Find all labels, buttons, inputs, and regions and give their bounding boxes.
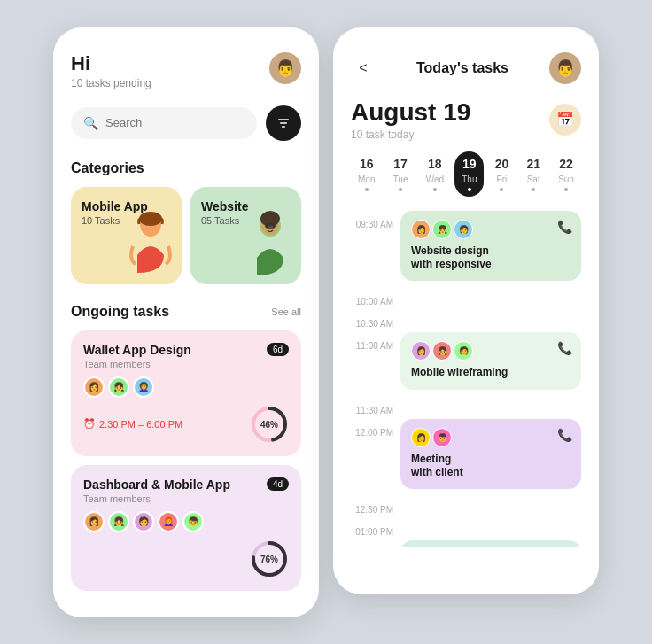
search-row: 🔍 (71, 105, 301, 141)
schedule-row-0130: 01:30 PM 👩 👧 🧑 👩‍🦱 👦 Finance Dashboard 📞 (351, 540, 581, 547)
day-dot (532, 188, 535, 191)
task-badge-4d: 4d (267, 477, 289, 491)
ongoing-header: Ongoing tasks See all (71, 304, 301, 320)
task-card-dashboard[interactable]: 4d Dashboard & Mobile App Team members 👩… (71, 465, 301, 591)
task-count: 10 task today (351, 128, 470, 141)
filter-icon (276, 116, 291, 130)
schedule-row-1000: 10:00 AM (351, 288, 581, 306)
phone-icon: 📞 (557, 428, 572, 442)
search-input[interactable] (105, 116, 244, 129)
greeting-text: Hi (71, 52, 151, 75)
schedule-container: 09:30 AM 👩 👧 🧑 Website designwith respon… (351, 211, 581, 547)
day-mon[interactable]: 16 Mon (351, 151, 382, 197)
progress-label-dashboard: 76% (260, 554, 278, 563)
task-title-wallet: Wallet App Design (83, 343, 289, 357)
categories-grid: Mobile App 10 Tasks (71, 187, 301, 284)
ongoing-title: Ongoing tasks (71, 304, 169, 320)
category-mobile-app[interactable]: Mobile App 10 Tasks (71, 187, 182, 284)
progress-circle-wallet: 46% (250, 405, 289, 444)
member-avatars-wallet: 👩 👧 👩‍🦱 (83, 376, 289, 398)
day-num: 19 (462, 157, 477, 171)
member-avatars-dashboard: 👩 👧 🧑 👩‍🦰 👦 (83, 511, 289, 532)
s-avatar: 👧 (432, 220, 452, 239)
search-icon: 🔍 (83, 116, 98, 130)
schedule-row-0100: 01:00 PM (351, 518, 581, 537)
day-num: 21 (526, 157, 540, 171)
day-sun[interactable]: 22 Sun (551, 151, 581, 197)
member-avatar: 👩‍🦰 (158, 511, 179, 532)
day-num: 17 (393, 157, 408, 171)
day-name: Mon (358, 175, 375, 184)
task-bottom-dashboard: 76% (83, 539, 289, 578)
day-sat[interactable]: 21 Sat (519, 151, 547, 197)
day-dot (433, 188, 437, 191)
day-dot (399, 188, 402, 191)
time-label: 01:30 PM (351, 540, 393, 547)
day-wed[interactable]: 18 Wed (419, 151, 451, 197)
s-avatar: 🧑 (454, 220, 473, 239)
day-name: Sat (527, 175, 540, 184)
schedule-card-finance[interactable]: 👩 👧 🧑 👩‍🦱 👦 Finance Dashboard 📞 (400, 540, 581, 547)
task-badge-6d: 6d (267, 343, 289, 356)
filter-button[interactable] (266, 105, 301, 141)
search-box[interactable]: 🔍 (71, 107, 257, 139)
day-num: 22 (559, 157, 573, 171)
member-avatar: 🧑 (133, 511, 154, 532)
day-thu[interactable]: 19 Thu (454, 151, 484, 197)
member-avatar: 👩 (83, 376, 105, 398)
time-label: 12:00 PM (351, 419, 393, 438)
day-dot (500, 188, 503, 191)
week-strip: 16 Mon 17 Tue 18 Wed 19 Thu 20 Fri (351, 151, 581, 197)
task-bottom-wallet: ⏰ 2:30 PM – 6:00 PM 46% (83, 405, 289, 444)
see-all-link[interactable]: See all (271, 306, 301, 317)
time-label: 11:00 AM (351, 332, 393, 351)
left-phone: Hi 10 tasks pending 👨 🔍 Categories Mobil… (53, 27, 319, 617)
schedule-row-1130: 11:30 AM (351, 397, 581, 415)
schedule-row-0930: 09:30 AM 👩 👧 🧑 Website designwith respon… (351, 211, 581, 284)
category-website[interactable]: Website 05 Tasks (190, 187, 301, 284)
s-avatar: 🧑 (454, 341, 473, 361)
member-avatar: 👦 (182, 511, 204, 532)
avatar-right[interactable]: 👨 (549, 52, 581, 84)
time-label: 10:00 AM (351, 288, 393, 306)
schedule-card-mobile[interactable]: 👩 👧 🧑 Mobile wireframing 📞 (400, 332, 581, 390)
time-label: 11:30 AM (351, 397, 393, 415)
day-name: Sun (558, 175, 574, 184)
boy-illustration (239, 206, 301, 284)
categories-title: Categories (71, 160, 301, 176)
schedule-avatars: 👩 👧 🧑 (411, 220, 570, 239)
schedule-card-meeting[interactable]: 👩 👦 Meetingwith client 📞 (400, 419, 581, 489)
s-avatar: 👩 (411, 341, 431, 361)
member-avatar: 👩 (83, 511, 105, 532)
task-title-dashboard: Dashboard & Mobile App (83, 477, 289, 492)
pending-tasks: 10 tasks pending (71, 77, 151, 89)
svg-point-2 (139, 212, 162, 226)
schedule-card-website[interactable]: 👩 👧 🧑 Website designwith responsive 📞 (400, 211, 581, 281)
schedule-row-1230: 12:30 PM (351, 496, 581, 515)
member-avatar: 👩‍🦱 (133, 376, 154, 398)
time-label: 09:30 AM (351, 211, 393, 229)
task-card-wallet[interactable]: 6d Wallet App Design Team members 👩 👧 👩‍… (71, 330, 301, 456)
day-name: Tue (393, 175, 408, 184)
day-name: Wed (426, 175, 444, 184)
back-button[interactable]: < (351, 56, 376, 81)
task-sub-wallet: Team members (83, 359, 289, 369)
progress-label-wallet: 46% (260, 419, 278, 429)
s-avatar: 👧 (432, 341, 452, 361)
right-header: < Today's tasks 👨 (351, 52, 581, 84)
progress-circle-dashboard: 76% (250, 539, 289, 578)
calendar-icon-button[interactable]: 📅 (549, 104, 581, 136)
left-header: Hi 10 tasks pending 👨 (71, 52, 301, 89)
time-label: 10:30 AM (351, 310, 393, 329)
day-fri[interactable]: 20 Fri (488, 151, 516, 197)
schedule-row-1100: 11:00 AM 👩 👧 🧑 Mobile wireframing 📞 (351, 332, 581, 393)
time-label: 01:00 PM (351, 518, 393, 537)
phones-container: Hi 10 tasks pending 👨 🔍 Categories Mobil… (53, 27, 599, 617)
phone-icon: 📞 (557, 220, 572, 234)
day-tue[interactable]: 17 Tue (386, 151, 415, 197)
schedule-row-1200: 12:00 PM 👩 👦 Meetingwith client 📞 (351, 419, 581, 493)
schedule-avatars: 👩 👧 🧑 (411, 341, 570, 361)
date-section: August 19 10 task today 📅 (351, 98, 581, 141)
avatar[interactable]: 👨 (269, 52, 301, 84)
day-dot (564, 188, 568, 191)
